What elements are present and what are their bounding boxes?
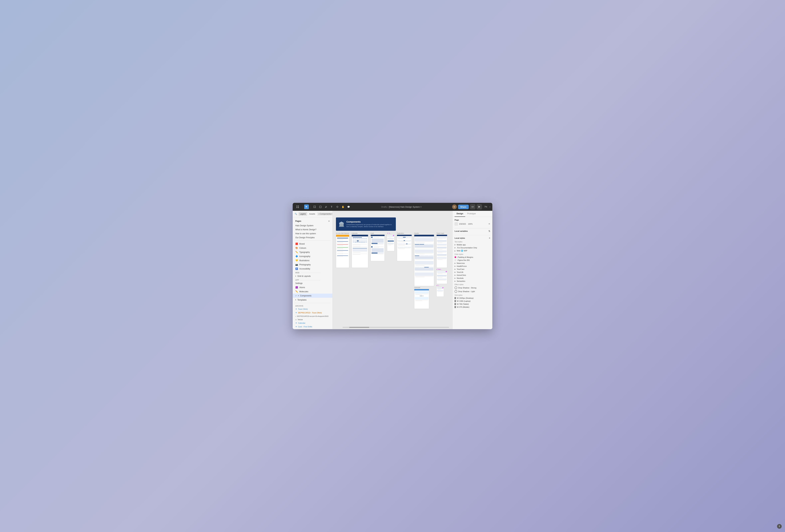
frame-tool-btn[interactable] — [312, 205, 317, 209]
avatar[interactable]: U — [452, 205, 457, 209]
sidebar-item-typography[interactable]: ✏️ Typography — [293, 250, 332, 254]
archive-card[interactable]: ✦ Card - Find Shifts — [293, 325, 332, 328]
comment-tool-btn[interactable]: 💬 — [346, 205, 351, 209]
local-variables-icon[interactable]: ⇅ — [488, 230, 490, 233]
sidebar-item-accessibility[interactable]: ♿ Accessibility — [293, 267, 332, 271]
grid-1920-label: W 1920px (Desktop) — [457, 297, 474, 299]
color-style-homeclinic[interactable]: ▶ HomeClinic — [455, 274, 490, 277]
title-dropdown-icon[interactable]: ▾ — [421, 206, 422, 208]
share-button[interactable]: Share — [458, 205, 469, 209]
design-tab[interactable]: Design — [455, 211, 465, 217]
grid-style-375[interactable]: W 375 (Mobile) — [455, 305, 490, 309]
effect-style-light[interactable]: Drop Shadow - Light — [455, 290, 490, 293]
chevron-doc: ▶ — [455, 247, 456, 248]
archive-toast-web[interactable]: ✦ Toast (Web) — [293, 307, 332, 311]
pen-tool-btn[interactable] — [324, 205, 328, 209]
comp-icon: ▪️ — [298, 294, 299, 297]
grid-tool-btn[interactable] — [295, 205, 300, 209]
frame-card[interactable] — [371, 235, 385, 261]
archive-calendar[interactable]: ✦ Calendar — [293, 321, 332, 325]
page-atomic[interactable]: What is Atomic Design? — [293, 228, 332, 232]
archive-vector[interactable]: ◈ Vector — [293, 318, 332, 321]
eye-icon[interactable]: 👁 — [488, 223, 490, 225]
color-style-yourcare[interactable]: ▶ YourCare — [455, 268, 490, 271]
frame-c[interactable] — [436, 287, 444, 297]
frame-calendar[interactable] — [352, 235, 368, 268]
illustrations-label: Illustrations — [299, 259, 309, 262]
zoom-dropdown-icon[interactable]: ▾ — [489, 206, 490, 208]
sidebar-item-grid[interactable]: ▪️ Grid & Layouts — [293, 274, 332, 278]
grid-style-768[interactable]: W 768 (Tablet) — [455, 302, 490, 305]
sidebar-item-molecules[interactable]: ✏️ Molecules — [293, 289, 332, 294]
color-style-healthforce[interactable]: ▶ HealthForce — [455, 265, 490, 268]
color-figma-label: .Figma Doc BG — [457, 259, 470, 261]
archive-shift[interactable]: ✦ Shift Card Details — [293, 328, 332, 329]
page-halo[interactable]: Halo Design System — [293, 223, 332, 228]
vector-icon: ◈ — [295, 319, 297, 321]
canvas[interactable]: 🏛️ Components Components (organisms) are… — [333, 211, 452, 329]
grid-icon-1366 — [455, 300, 456, 302]
page-color-value[interactable]: E5E5E5 — [459, 223, 466, 225]
svg-rect-9 — [320, 206, 321, 208]
chevron-healthforce: ▶ — [455, 265, 456, 267]
color-style-neutrals[interactable]: ▶ Neutrals — [455, 277, 490, 280]
archive-deprecated-toast[interactable]: ✦ DEPRECATED - Toast (Web) — [293, 311, 332, 315]
text-style-doc[interactable]: ▶ .For Documentation Only — [455, 246, 490, 249]
sidebar-item-photography[interactable]: 📷 Photography — [293, 263, 332, 267]
page-opacity[interactable]: 100% — [468, 223, 473, 225]
move-tool-btn[interactable] — [304, 205, 309, 209]
color-style-yourlife[interactable]: ▶ YourLife — [455, 271, 490, 274]
shape-tool-btn[interactable] — [318, 205, 323, 209]
grid-style-1366[interactable]: W 1366 (Laptop) — [455, 299, 490, 302]
search-icon[interactable]: 🔍 — [295, 213, 297, 215]
archive-deprecated-aug[interactable]: ▪ DEPRECATED as per 01-August-2023 — [293, 315, 332, 318]
main-area: 🔍 Layers Assets ▪ Components ▾ Pages + H… — [293, 211, 492, 329]
sidebar-item-atoms[interactable]: 🟪 Atoms — [293, 285, 332, 289]
text-style-mobile[interactable]: ▶ Mobile app — [455, 243, 490, 246]
code-view-btn[interactable]: </> — [470, 204, 475, 210]
frame-s[interactable] — [387, 235, 395, 251]
frame-toasts[interactable] — [436, 271, 447, 284]
layers-tab[interactable]: Layers — [299, 212, 307, 216]
frame-carousel[interactable] — [414, 289, 429, 309]
sidebar-item-illustrations[interactable]: 💛 Illustrations — [293, 258, 332, 263]
title-main[interactable]: [Newcross] Halo Design System — [389, 206, 420, 208]
components-banner: 🏛️ Components Components (organisms) are… — [336, 217, 396, 231]
components-tab[interactable]: ▪ Components ▾ — [317, 212, 333, 216]
frame-toast-app[interactable] — [436, 235, 447, 268]
hand-tool-btn[interactable]: ✋ — [340, 205, 345, 209]
prototype-tab[interactable]: Prototype — [465, 211, 478, 217]
sidebar-item-components[interactable]: ✓ ▪️ Components — [293, 294, 332, 298]
component-tool-btn[interactable] — [335, 205, 339, 209]
sidebar-item-settings[interactable]: Settings — [293, 281, 332, 285]
frame-header[interactable] — [414, 235, 434, 286]
sidebar-item-templates[interactable]: ▪️ Templates — [293, 298, 332, 302]
canvas-scrollbar[interactable] — [343, 327, 449, 328]
effect-style-strong[interactable]: Drop Shadow - Strong — [455, 286, 490, 290]
zoom-level[interactable]: 7% — [483, 205, 488, 209]
page-principles[interactable]: Our Design Principles — [293, 236, 332, 240]
chevron-semantics: ▶ — [455, 280, 456, 282]
text-style-web[interactable]: ▶ Web 🌐 WIP — [455, 249, 490, 252]
color-yourlife-label: YourLife — [457, 271, 463, 273]
pages-add-btn[interactable]: + — [328, 220, 330, 222]
frame-alert[interactable] — [336, 235, 349, 268]
sidebar-item-iconography[interactable]: 🔷 Iconography — [293, 254, 332, 258]
frame-pagination[interactable] — [397, 235, 412, 261]
color-style-padding[interactable]: .Padding & Margins — [455, 256, 490, 259]
page-howto[interactable]: How to use this system — [293, 232, 332, 236]
frame-group-pagination: Pagination — [397, 233, 412, 261]
sidebar-item-brand[interactable]: 🟥 Brand — [293, 242, 332, 246]
text-tool-btn[interactable]: T — [329, 205, 334, 209]
page-atomic-label: What is Atomic Design? — [295, 229, 316, 231]
sidebar-item-colours[interactable]: 🎨 Colours — [293, 246, 332, 250]
color-style-figma[interactable]: .Figma Doc BG — [455, 259, 490, 262]
canvas-scrollbar-thumb — [349, 327, 369, 328]
color-style-newcross[interactable]: ▶ Newcross — [455, 262, 490, 265]
color-style-semantics[interactable]: ▶ Semantics — [455, 280, 490, 283]
assets-tab[interactable]: Assets — [308, 212, 316, 216]
page-color-swatch[interactable] — [455, 222, 458, 225]
grid-style-1920[interactable]: W 1920px (Desktop) — [455, 297, 490, 299]
present-btn[interactable] — [477, 204, 482, 210]
local-styles-add-btn[interactable]: + — [489, 237, 490, 240]
